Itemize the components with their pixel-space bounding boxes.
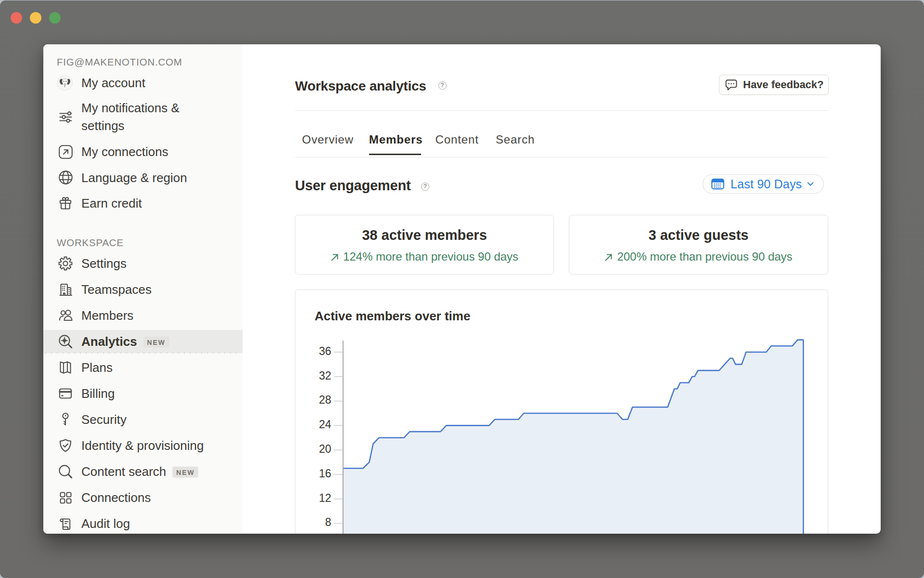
svg-text:24: 24 [319,418,331,431]
svg-text:28: 28 [319,394,331,406]
svg-text:36: 36 [319,345,331,357]
svg-text:20: 20 [319,443,331,455]
svg-text:32: 32 [319,369,331,382]
svg-text:8: 8 [325,516,331,528]
svg-text:12: 12 [319,492,331,504]
svg-text:16: 16 [319,467,331,480]
